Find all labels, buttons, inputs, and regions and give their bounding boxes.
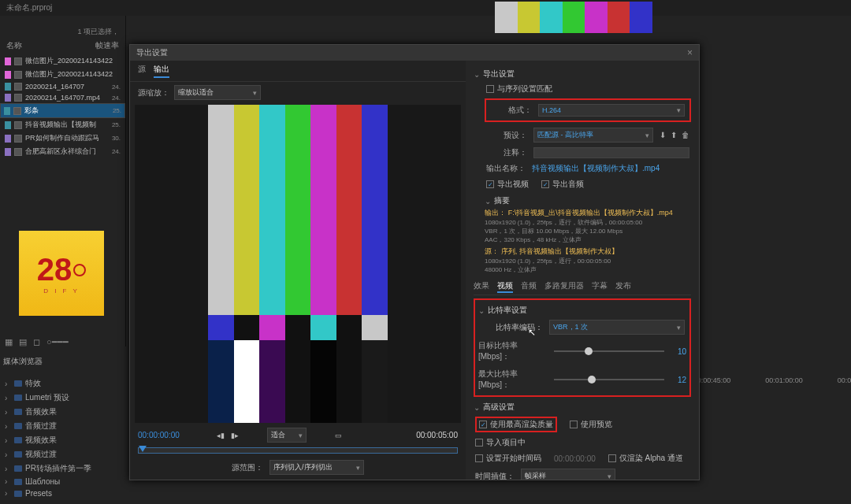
sequence-icon: [14, 135, 22, 143]
bin-item[interactable]: 合肥高新区永祥综合门24.: [0, 145, 125, 158]
tab-effects[interactable]: 效果: [474, 280, 489, 293]
format-select[interactable]: H.264▾: [538, 104, 685, 117]
preset-label: 预设：: [486, 130, 527, 141]
bin-item[interactable]: 20200214_164707.mp424.: [0, 92, 125, 103]
comments-input[interactable]: [533, 147, 689, 158]
image-icon: [14, 71, 22, 79]
output-name-label: 输出名称：: [486, 163, 526, 174]
folder-icon: [14, 479, 22, 485]
tab-output[interactable]: 输出: [154, 64, 169, 78]
icon-view-icon[interactable]: ▤: [19, 337, 27, 347]
out-timecode[interactable]: 00:00:05:00: [416, 431, 458, 439]
dialog-title: 导出设置: [136, 47, 168, 58]
max-bitrate-slider[interactable]: [554, 379, 664, 380]
start-timecode-checkbox[interactable]: 设置开始时间码: [475, 453, 541, 464]
import-preset-icon[interactable]: ⬆: [671, 131, 677, 139]
tree-row[interactable]: ›PR转场插件第一季: [5, 461, 123, 476]
source-range-select[interactable]: 序列切入/序列切出▾: [269, 460, 364, 475]
bitrate-encoding-label: 比特率编码：: [496, 322, 543, 333]
start-tc-value: 00:00:00:00: [554, 454, 596, 463]
program-monitor-bars: [495, 2, 652, 33]
max-render-checkbox[interactable]: 使用最高渲染质量: [479, 419, 553, 430]
time-interp-select[interactable]: 帧采样▾: [521, 469, 615, 480]
tab-video[interactable]: 视频: [497, 280, 513, 293]
max-bitrate-value[interactable]: 12: [669, 376, 686, 384]
in-timecode[interactable]: 00:00:00:00: [138, 431, 180, 439]
folder-icon: [14, 491, 22, 497]
tree-row[interactable]: ›音频效果: [5, 405, 123, 419]
tree-row[interactable]: ›音频过渡: [5, 419, 123, 433]
output-name-link[interactable]: 抖音视频输出【视频制作大叔】.mp4: [532, 163, 660, 174]
export-video-checkbox[interactable]: 导出视频: [486, 179, 529, 190]
target-bitrate-label: 目标比特率 [Mbps]：: [478, 340, 549, 362]
use-preview-checkbox[interactable]: 使用预览: [570, 419, 612, 430]
tab-audio[interactable]: 音频: [521, 280, 537, 293]
tree-row[interactable]: ›Lumetri 预设: [5, 391, 123, 405]
media-browser-label: 媒体浏览器: [3, 356, 43, 367]
target-bitrate-slider[interactable]: [554, 350, 664, 352]
save-preset-icon[interactable]: ⬇: [660, 131, 666, 139]
zoom-slider[interactable]: ○━━━: [46, 337, 69, 347]
image-icon: [14, 57, 22, 65]
tree-row[interactable]: ›Presets: [5, 487, 123, 499]
freeform-icon[interactable]: ◻: [33, 337, 40, 347]
scale-select[interactable]: 缩放以适合▾: [174, 85, 261, 100]
section-summary[interactable]: 摘要: [494, 195, 510, 206]
watermark-logo: 28 D I F Y: [19, 231, 104, 316]
format-label: 格式：: [491, 105, 532, 116]
reel-icon: [73, 264, 86, 276]
tab-multiplexer[interactable]: 多路复用器: [544, 280, 584, 293]
aspect-icon[interactable]: ▭: [335, 432, 342, 439]
bin-item[interactable]: 微信图片_20200214143422: [0, 68, 125, 81]
video-icon: [14, 83, 22, 91]
tree-row[interactable]: ›视频过渡: [5, 447, 123, 461]
video-icon: [14, 94, 22, 102]
list-view-icon[interactable]: ▦: [5, 337, 13, 347]
delete-preset-icon[interactable]: 🗑: [682, 131, 689, 139]
tab-captions[interactable]: 字幕: [592, 280, 608, 293]
tab-source[interactable]: 源: [138, 64, 146, 78]
tree-row[interactable]: ›特效: [5, 376, 123, 391]
step-fwd-icon[interactable]: ▮▸: [231, 432, 239, 439]
effects-tree: ›特效 ›Lumetri 预设 ›音频效果 ›音频过渡 ›视频效果 ›视频过渡 …: [5, 376, 123, 499]
fit-select[interactable]: 适合▾: [267, 428, 307, 443]
bitrate-encoding-select[interactable]: VBR，1 次▾: [549, 320, 685, 335]
bin-item-selected[interactable]: 彩条25.: [0, 103, 125, 118]
close-icon[interactable]: ×: [687, 47, 693, 58]
time-interp-label: 时间插值：: [475, 471, 515, 480]
export-settings-dialog: 导出设置 × 源 输出 源缩放： 缩放以适合▾: [129, 44, 700, 480]
range-label: 源范围：: [232, 462, 263, 473]
preview-monitor: [135, 105, 461, 423]
section-bitrate[interactable]: 比特率设置: [488, 305, 527, 316]
bin-item[interactable]: PR如何制作自动跟踪马30.: [0, 132, 125, 145]
step-back-icon[interactable]: ◂▮: [217, 432, 225, 439]
sequence-icon: [13, 107, 21, 115]
scrub-bar[interactable]: [138, 447, 458, 454]
folder-icon: [14, 409, 22, 415]
alpha-only-checkbox[interactable]: 仅渲染 Alpha 通道: [608, 453, 683, 464]
col-name[interactable]: 名称: [6, 40, 91, 51]
tab-publish[interactable]: 发布: [615, 280, 631, 293]
match-sequence-checkbox[interactable]: 与序列设置匹配: [486, 83, 552, 94]
sequence-icon: [14, 121, 22, 129]
playhead-icon[interactable]: [139, 446, 147, 452]
bin-item[interactable]: 抖音视频输出【视频制25.: [0, 118, 125, 132]
dialog-titlebar[interactable]: 导出设置 ×: [130, 45, 699, 61]
folder-icon: [14, 465, 22, 472]
tree-row[interactable]: ›Шаблоны: [5, 476, 123, 487]
folder-icon: [14, 395, 22, 401]
comments-label: 注释：: [486, 147, 527, 158]
import-project-checkbox[interactable]: 导入项目中: [475, 437, 526, 448]
bin-item[interactable]: 微信图片_20200214143422: [0, 54, 125, 68]
section-export-settings[interactable]: 导出设置: [483, 69, 515, 80]
scale-label: 源缩放：: [138, 87, 169, 98]
preset-select[interactable]: 匹配源 - 高比特率▾: [533, 128, 653, 143]
section-advanced[interactable]: 高级设置: [483, 402, 515, 413]
selection-info: 1 项已选择，: [0, 25, 125, 39]
folder-icon: [14, 451, 22, 458]
target-bitrate-value[interactable]: 10: [669, 347, 686, 356]
bin-item[interactable]: 20200214_16470724.: [0, 81, 125, 92]
col-rate[interactable]: 帧速率: [91, 40, 119, 51]
export-audio-checkbox[interactable]: 导出音频: [541, 179, 584, 190]
tree-row[interactable]: ›视频效果: [5, 433, 123, 447]
